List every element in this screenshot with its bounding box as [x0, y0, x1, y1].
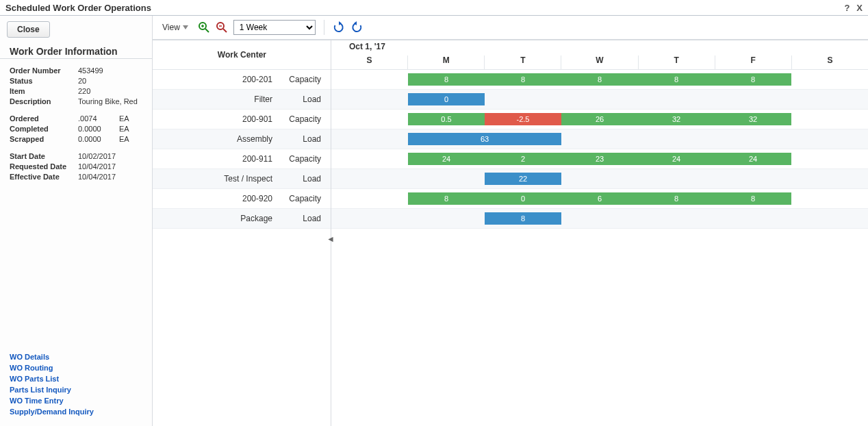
day-header: S — [331, 55, 407, 69]
row-type-cell: Capacity — [282, 75, 331, 84]
view-menu[interactable]: View — [158, 21, 192, 34]
uom-completed: EA — [119, 124, 140, 134]
chevron-down-icon — [183, 25, 188, 29]
value-effective-date: 10/04/2017 — [78, 172, 116, 182]
link-wo-time-entry[interactable]: WO Time Entry — [10, 395, 142, 406]
gantt-bar[interactable]: 24 — [715, 153, 791, 165]
row-type-cell: Load — [282, 174, 331, 184]
day-header: M — [407, 55, 484, 69]
label-requested-date: Requested Date — [10, 162, 78, 172]
gantt-row: 8 — [331, 209, 868, 229]
value-start-date: 10/02/2017 — [78, 151, 116, 162]
zoom-in-icon — [199, 22, 209, 33]
day-header: F — [715, 55, 791, 69]
work-center-cell: Assembly — [153, 134, 282, 144]
gantt-row: 80688 — [331, 189, 868, 209]
gantt-bar[interactable]: 24 — [638, 153, 715, 165]
row-header: Test / InspectLoad — [153, 169, 331, 189]
row-header: 200-901Capacity — [153, 110, 331, 129]
gantt-row: 22 — [331, 169, 868, 189]
link-parts-list-inquiry[interactable]: Parts List Inquiry — [10, 384, 142, 395]
gantt-bar[interactable]: 32 — [638, 113, 715, 125]
back-icon — [350, 21, 363, 34]
value-order-number: 453499 — [78, 66, 119, 76]
gantt-row: 88888 — [331, 70, 868, 90]
value-ordered: .0074 — [78, 114, 119, 124]
svg-line-2 — [205, 29, 209, 32]
value-completed: 0.0000 — [78, 124, 119, 134]
link-wo-parts-list[interactable]: WO Parts List — [10, 373, 142, 384]
day-header: W — [561, 55, 637, 69]
gantt-row: 242232424 — [331, 149, 868, 169]
view-label: View — [162, 23, 180, 32]
gantt-bar[interactable]: 0 — [485, 192, 561, 205]
work-center-cell: 200-911 — [153, 154, 282, 164]
gantt-row: 63 — [331, 129, 868, 149]
value-item: 220 — [78, 86, 119, 97]
refresh-button[interactable] — [333, 21, 345, 34]
splitter-handle[interactable]: ◄ — [328, 234, 333, 245]
row-type-cell: Load — [282, 95, 331, 104]
label-status: Status — [10, 76, 78, 86]
zoom-out-icon — [216, 22, 227, 33]
back-button[interactable] — [350, 21, 363, 34]
day-header: T — [484, 55, 561, 69]
link-wo-details[interactable]: WO Details — [10, 351, 142, 362]
gantt-bar[interactable]: 24 — [408, 153, 485, 165]
label-ordered: Ordered — [10, 114, 78, 124]
day-header: T — [638, 55, 715, 69]
value-status: 20 — [78, 76, 119, 86]
close-icon[interactable]: X — [856, 3, 863, 13]
row-type-cell: Capacity — [282, 194, 331, 203]
gantt-bar[interactable]: -2.5 — [485, 113, 561, 125]
close-button[interactable]: Close — [7, 21, 50, 38]
gantt-bar[interactable]: 8 — [715, 192, 791, 205]
row-header: 200-920Capacity — [153, 189, 331, 209]
gantt-row: 0.5-2.5263232 — [331, 110, 868, 129]
gantt-bar[interactable]: 8 — [638, 73, 715, 86]
value-description: Touring Bike, Red — [78, 97, 138, 107]
work-center-cell: Filter — [153, 95, 282, 104]
gantt-bar[interactable]: 8 — [715, 73, 791, 86]
gantt-bar[interactable]: 22 — [485, 173, 561, 185]
label-start-date: Start Date — [10, 151, 78, 162]
gantt-bar[interactable]: 63 — [408, 133, 561, 145]
row-header: 200-201Capacity — [153, 70, 331, 90]
section-header: Work Order Information — [0, 46, 152, 59]
gantt-bar[interactable]: 8 — [408, 73, 485, 86]
svg-line-6 — [223, 29, 227, 32]
work-center-cell: 200-901 — [153, 114, 282, 124]
link-wo-routing[interactable]: WO Routing — [10, 362, 142, 373]
gantt-bar[interactable]: 8 — [561, 73, 638, 86]
gantt-bar[interactable]: 2 — [485, 153, 561, 165]
svg-marker-0 — [183, 25, 188, 29]
value-scrapped: 0.0000 — [78, 134, 119, 145]
page-title: Scheduled Work Order Operations — [5, 3, 151, 13]
row-type-cell: Load — [282, 134, 331, 144]
help-icon[interactable]: ? — [844, 3, 850, 13]
gantt-bar[interactable]: 32 — [715, 113, 791, 125]
work-center-cell: Test / Inspect — [153, 174, 282, 184]
row-header: PackageLoad — [153, 209, 331, 229]
gantt-bar[interactable]: 23 — [561, 153, 638, 165]
work-center-cell: 200-201 — [153, 75, 282, 84]
gantt-row: 0 — [331, 90, 868, 110]
gantt-bar[interactable]: 8 — [638, 192, 715, 205]
link-supply-demand-inquiry[interactable]: Supply/Demand Inquiry — [10, 406, 142, 417]
gantt-bar[interactable]: 26 — [561, 113, 638, 125]
gantt-bar[interactable]: 8 — [485, 212, 561, 225]
zoom-out-button[interactable] — [216, 21, 228, 34]
label-description: Description — [10, 97, 78, 107]
label-order-number: Order Number — [10, 66, 78, 76]
gantt-bar[interactable]: 8 — [485, 73, 561, 86]
gantt-bar[interactable]: 0.5 — [408, 113, 485, 125]
label-scrapped: Scrapped — [10, 134, 78, 145]
period-select[interactable]: 1 Week — [233, 20, 316, 35]
work-center-cell: 200-920 — [153, 194, 282, 203]
zoom-in-button[interactable] — [198, 21, 210, 34]
gantt-bar[interactable]: 0 — [408, 93, 485, 105]
gantt-bar[interactable]: 8 — [408, 192, 485, 205]
toolbar-separator — [324, 20, 324, 35]
work-center-header: Work Center — [153, 50, 283, 60]
gantt-bar[interactable]: 6 — [561, 192, 638, 205]
